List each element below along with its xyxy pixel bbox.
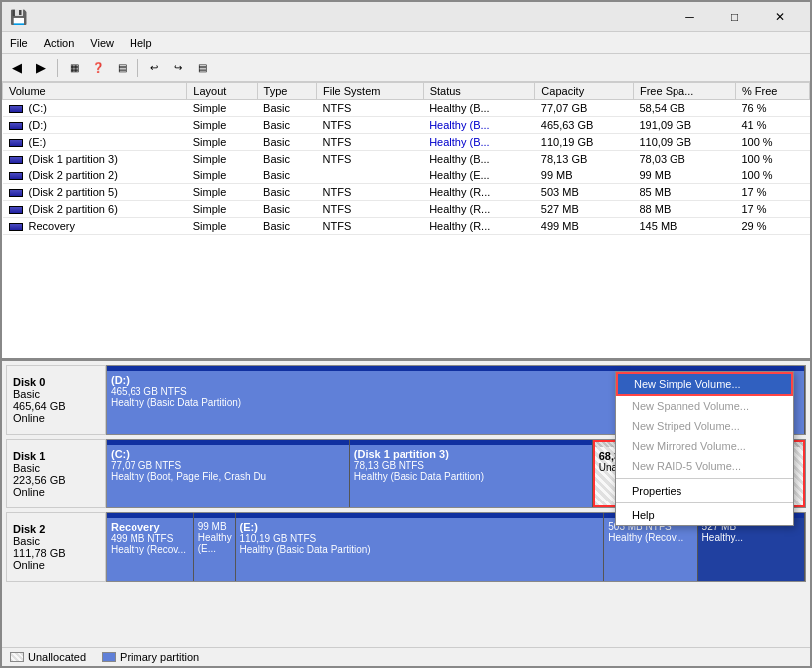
volume-table: Volume Layout Type File System Status Ca… xyxy=(2,82,810,235)
cell-status: Healthy (R... xyxy=(423,218,535,235)
main-window: 💾 ─ □ ✕ File Action View Help ◀ ▶ ▦ ❓ ▤ … xyxy=(0,0,812,668)
partition-status: Healthy (Recov... xyxy=(608,532,692,543)
toolbar-btn-6[interactable]: ▤ xyxy=(191,57,213,79)
partition-1-1[interactable]: (Disk 1 partition 3)78,13 GB NTFSHealthy… xyxy=(350,440,593,507)
ctx-item-8[interactable]: Help xyxy=(616,505,793,525)
menu-help[interactable]: Help xyxy=(122,35,160,51)
cell-layout: Simple xyxy=(187,201,257,218)
partition-size: 77,07 GB NTFS xyxy=(111,460,345,471)
toolbar: ◀ ▶ ▦ ❓ ▤ ↩ ↪ ▤ xyxy=(2,54,810,82)
ctx-item-6[interactable]: Properties xyxy=(616,481,793,501)
cell-fs: NTFS xyxy=(317,218,424,235)
col-header-status[interactable]: Status xyxy=(423,83,535,100)
back-button[interactable]: ◀ xyxy=(6,57,28,79)
partition-name: Recovery xyxy=(111,521,189,533)
context-menu: New Simple Volume...New Spanned Volume..… xyxy=(615,371,794,526)
maximize-button[interactable]: □ xyxy=(712,2,757,32)
disk-size: 465,64 GB xyxy=(13,400,99,412)
toolbar-btn-1[interactable]: ▦ xyxy=(63,57,85,79)
disk-status: Online xyxy=(13,559,99,571)
partition-2-2[interactable]: (E:)110,19 GB NTFSHealthy (Basic Data Pa… xyxy=(236,513,605,581)
table-row[interactable]: (D:) Simple Basic NTFS Healthy (B... 465… xyxy=(3,117,810,134)
cell-free: 58,54 GB xyxy=(633,100,735,117)
cell-free: 110,09 GB xyxy=(633,134,735,151)
toolbar-btn-5[interactable]: ↪ xyxy=(167,57,189,79)
col-header-free[interactable]: Free Spa... xyxy=(633,83,735,100)
partition-header-bar xyxy=(107,440,349,445)
cell-type: Basic xyxy=(257,117,316,134)
minimize-button[interactable]: ─ xyxy=(668,2,712,32)
disk-type: Basic xyxy=(13,388,99,400)
cell-volume: (C:) xyxy=(3,100,187,117)
legend: Unallocated Primary partition xyxy=(2,647,810,666)
partition-1-0[interactable]: (C:)77,07 GB NTFSHealthy (Boot, Page Fil… xyxy=(107,440,350,507)
legend-unallocated: Unallocated xyxy=(10,651,86,663)
disk-type: Basic xyxy=(13,462,99,474)
cell-type: Basic xyxy=(257,167,316,184)
col-header-pct[interactable]: % Free xyxy=(735,83,809,100)
cell-free: 88 MB xyxy=(633,201,735,218)
cell-fs: NTFS xyxy=(317,151,424,167)
disk-name: Disk 1 xyxy=(13,450,99,462)
legend-unalloc-box xyxy=(10,652,24,662)
cell-pct: 100 % xyxy=(735,151,809,167)
partition-size: 110,19 GB NTFS xyxy=(240,533,600,544)
cell-fs: NTFS xyxy=(317,184,424,201)
cell-capacity: 499 MB xyxy=(535,218,634,235)
partition-name: (E:) xyxy=(240,521,600,533)
ctx-item-1[interactable]: New Spanned Volume... xyxy=(616,396,793,416)
disk-size: 111,78 GB xyxy=(13,547,99,559)
table-row[interactable]: (Disk 2 partition 2) Simple Basic Health… xyxy=(3,167,810,184)
menu-action[interactable]: Action xyxy=(36,35,83,51)
col-header-fs[interactable]: File System xyxy=(317,83,424,100)
partition-2-0[interactable]: Recovery499 MB NTFSHealthy (Recov... xyxy=(107,513,194,581)
disk-status: Online xyxy=(13,486,99,498)
cell-type: Basic xyxy=(257,218,316,235)
cell-pct: 100 % xyxy=(735,167,809,184)
forward-button[interactable]: ▶ xyxy=(30,57,52,79)
partition-size: 78,13 GB NTFS xyxy=(354,460,588,471)
cell-layout: Simple xyxy=(187,134,257,151)
ctx-item-2[interactable]: New Striped Volume... xyxy=(616,416,793,436)
cell-free: 78,03 GB xyxy=(633,151,735,167)
toolbar-btn-3[interactable]: ▤ xyxy=(111,57,133,79)
menu-view[interactable]: View xyxy=(82,35,122,51)
cell-fs: NTFS xyxy=(317,100,424,117)
table-row[interactable]: (Disk 2 partition 6) Simple Basic NTFS H… xyxy=(3,201,810,218)
col-header-type[interactable]: Type xyxy=(257,83,316,100)
table-row[interactable]: (Disk 1 partition 3) Simple Basic NTFS H… xyxy=(3,151,810,167)
cell-volume: (Disk 2 partition 2) xyxy=(3,167,187,184)
ctx-item-4[interactable]: New RAID-5 Volume... xyxy=(616,456,793,476)
toolbar-btn-4[interactable]: ↩ xyxy=(143,57,165,79)
partition-status: Healthy (Basic Data Partition) xyxy=(240,544,600,555)
toolbar-btn-2[interactable]: ❓ xyxy=(87,57,109,79)
table-row[interactable]: (C:) Simple Basic NTFS Healthy (B... 77,… xyxy=(3,100,810,117)
cell-layout: Simple xyxy=(187,184,257,201)
cell-volume: (E:) xyxy=(3,134,187,151)
table-row[interactable]: (E:) Simple Basic NTFS Healthy (B... 110… xyxy=(3,134,810,151)
partition-name: (Disk 1 partition 3) xyxy=(354,448,588,460)
cell-type: Basic xyxy=(257,100,316,117)
cell-fs: NTFS xyxy=(317,117,424,134)
cell-pct: 76 % xyxy=(735,100,809,117)
partition-size: 99 MB xyxy=(198,521,231,532)
cell-layout: Simple xyxy=(187,151,257,167)
col-header-layout[interactable]: Layout xyxy=(187,83,257,100)
ctx-item-3[interactable]: New Mirrored Volume... xyxy=(616,436,793,456)
legend-primary-label: Primary partition xyxy=(120,651,199,663)
disk-label-1: Disk 1 Basic 223,56 GB Online xyxy=(6,439,106,508)
col-header-volume[interactable]: Volume xyxy=(3,83,187,100)
cell-fs: NTFS xyxy=(317,201,424,218)
cell-capacity: 99 MB xyxy=(535,167,634,184)
col-header-capacity[interactable]: Capacity xyxy=(535,83,634,100)
table-row[interactable]: Recovery Simple Basic NTFS Healthy (R...… xyxy=(3,218,810,235)
table-row[interactable]: (Disk 2 partition 5) Simple Basic NTFS H… xyxy=(3,184,810,201)
partition-2-1[interactable]: 99 MBHealthy (E... xyxy=(194,513,236,581)
menu-file[interactable]: File xyxy=(2,35,36,51)
partition-header-bar xyxy=(194,513,235,518)
disk-name: Disk 0 xyxy=(13,376,99,388)
ctx-item-0[interactable]: New Simple Volume... xyxy=(616,372,793,396)
close-button[interactable]: ✕ xyxy=(757,2,802,32)
window-controls: ─ □ ✕ xyxy=(668,2,802,32)
disk-status: Online xyxy=(13,412,99,424)
